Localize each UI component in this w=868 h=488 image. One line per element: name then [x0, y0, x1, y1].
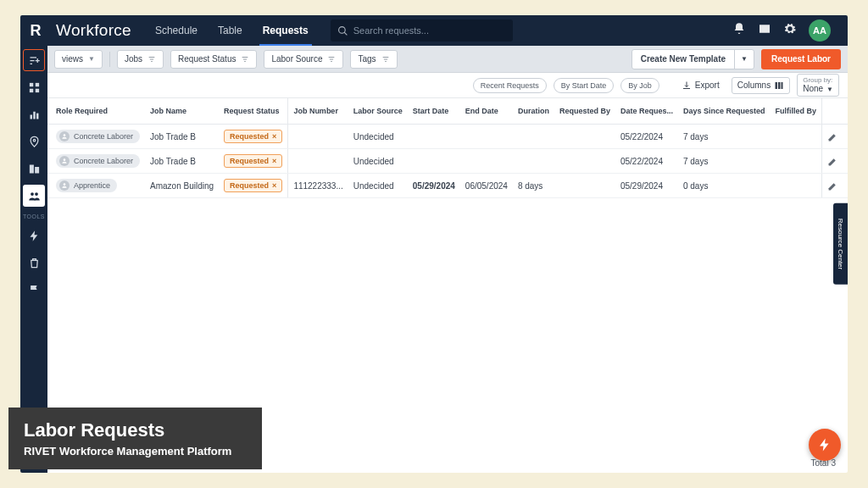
columns-button[interactable]: Columns	[732, 77, 790, 94]
sidebar-item-add-filter[interactable]	[23, 49, 45, 71]
svg-rect-15	[29, 164, 33, 173]
svg-point-0	[338, 26, 345, 33]
svg-point-18	[35, 192, 38, 196]
sidebar-item-location[interactable]	[23, 130, 45, 152]
filter-icon	[241, 55, 249, 64]
role-tag: Concrete Laborer	[56, 130, 140, 143]
pill-start-date[interactable]: By Start Date	[554, 78, 615, 93]
svg-rect-7	[29, 82, 32, 86]
add-icon[interactable]	[847, 131, 848, 142]
filter-icon	[327, 55, 336, 64]
table-row[interactable]: Concrete Laborer Job Trade B Requested× …	[47, 125, 848, 149]
svg-rect-16	[35, 167, 39, 174]
sidebar-item-people[interactable]	[23, 185, 45, 207]
search-box[interactable]	[331, 19, 513, 42]
sidebar-item-flag[interactable]	[23, 279, 45, 301]
col-fulfilled[interactable]: Fulfilled By	[771, 98, 822, 125]
close-icon: ×	[272, 132, 276, 141]
filter-bar: views▼ Jobs Request Status Labor Source …	[47, 46, 848, 73]
sidebar-item-dashboard[interactable]	[23, 76, 45, 98]
filter-icon	[147, 55, 156, 64]
svg-rect-13	[36, 113, 39, 119]
fab-button[interactable]	[809, 429, 841, 461]
add-icon[interactable]	[847, 180, 848, 191]
svg-rect-31	[776, 82, 778, 89]
pill-recent[interactable]: Recent Requests	[473, 78, 547, 93]
status-tag[interactable]: Requested×	[224, 130, 282, 143]
col-number[interactable]: Job Number	[288, 98, 348, 125]
sidebar-item-trash[interactable]	[23, 252, 45, 274]
col-datereq[interactable]: Date Reques...	[615, 98, 678, 125]
settings-icon[interactable]	[783, 22, 797, 39]
tab-schedule[interactable]: Schedule	[145, 15, 208, 46]
sidebar-section-tools: TOOLS	[23, 214, 45, 219]
tab-requests[interactable]: Requests	[253, 15, 319, 46]
tab-table[interactable]: Table	[208, 15, 253, 46]
svg-point-17	[31, 192, 34, 196]
notifications-icon[interactable]	[732, 22, 746, 39]
svg-point-14	[33, 139, 36, 141]
sidebar-item-chart[interactable]	[23, 103, 45, 125]
close-icon: ×	[272, 157, 276, 165]
download-icon	[682, 80, 692, 91]
caption: Labor Requests RIVET Workforce Managemen…	[8, 408, 262, 469]
svg-point-36	[64, 158, 66, 161]
sidebar-item-bolt[interactable]	[23, 225, 45, 247]
col-role[interactable]: Role Required	[47, 98, 145, 125]
role-tag: Apprentice	[56, 179, 117, 192]
toolbar: Recent Requests By Start Date By Job Exp…	[47, 73, 848, 98]
svg-rect-12	[33, 111, 36, 119]
add-icon[interactable]	[847, 156, 848, 167]
col-status[interactable]: Request Status	[219, 98, 288, 125]
filter-labor-source[interactable]: Labor Source	[264, 50, 343, 69]
filter-tags[interactable]: Tags	[350, 50, 397, 69]
requests-table: Role Required Job Name Request Status Jo…	[47, 98, 848, 198]
svg-rect-10	[35, 88, 38, 92]
svg-rect-33	[782, 82, 783, 89]
search-input[interactable]	[353, 25, 506, 36]
table-row[interactable]: Concrete Laborer Job Trade B Requested× …	[47, 149, 848, 174]
close-icon: ×	[272, 181, 276, 190]
filter-jobs[interactable]: Jobs	[117, 50, 164, 69]
table-row[interactable]: Apprentice Amazon Building Requested× 11…	[47, 174, 848, 198]
col-dur[interactable]: Duration	[513, 98, 554, 125]
caption-sub: RIVET Workforce Management Platform	[24, 445, 231, 458]
col-source[interactable]: Labor Source	[348, 98, 408, 125]
col-job[interactable]: Job Name	[145, 98, 219, 125]
caption-title: Labor Requests	[24, 419, 231, 441]
create-template-button[interactable]: Create New Template▼	[632, 49, 754, 69]
views-dropdown[interactable]: views▼	[54, 50, 103, 69]
avatar[interactable]: AA	[809, 19, 831, 42]
logo: R	[20, 15, 51, 46]
status-tag[interactable]: Requested×	[224, 154, 282, 168]
top-tabs: Schedule Table Requests	[145, 15, 319, 46]
svg-rect-11	[30, 114, 32, 119]
app-title: Workforce	[56, 21, 131, 40]
group-by-dropdown[interactable]: Group by: None▼	[797, 74, 839, 97]
export-button[interactable]: Export	[676, 77, 725, 94]
col-days[interactable]: Days Since Requested	[678, 98, 771, 125]
filter-request-status[interactable]: Request Status	[170, 50, 257, 69]
svg-line-1	[344, 32, 347, 35]
svg-rect-8	[35, 82, 38, 86]
edit-icon[interactable]	[827, 156, 838, 167]
sidebar-item-org[interactable]	[23, 158, 45, 180]
edit-icon[interactable]	[827, 180, 838, 191]
col-reqby[interactable]: Requested By	[554, 98, 615, 125]
col-start[interactable]: Start Date	[408, 98, 460, 125]
bolt-icon	[817, 437, 832, 452]
col-end[interactable]: End Date	[460, 98, 513, 125]
role-tag: Concrete Laborer	[56, 154, 140, 168]
pill-by-job[interactable]: By Job	[620, 78, 659, 93]
mail-icon[interactable]	[758, 22, 771, 39]
svg-rect-32	[778, 82, 781, 89]
search-icon	[337, 25, 348, 36]
request-labor-button[interactable]: Request Labor	[761, 49, 841, 69]
resource-center-tab[interactable]: Resource Center	[833, 203, 848, 285]
svg-point-34	[64, 134, 66, 136]
filter-icon	[381, 55, 390, 64]
svg-rect-9	[29, 88, 32, 92]
columns-icon	[774, 80, 784, 91]
edit-icon[interactable]	[827, 131, 838, 142]
status-tag[interactable]: Requested×	[224, 179, 282, 192]
